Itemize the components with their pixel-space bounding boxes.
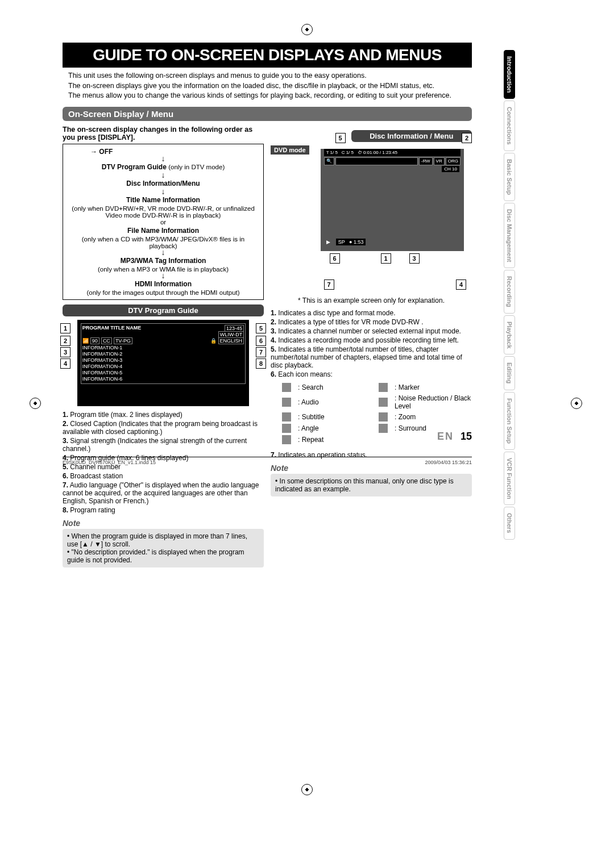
tab-recording[interactable]: Recording (504, 270, 515, 313)
crop-mark-icon (571, 398, 582, 409)
tab-playback[interactable]: Playback (504, 315, 515, 355)
legend-icon (379, 383, 388, 392)
tab-vcr-function[interactable]: VCR Function (504, 452, 515, 506)
dtv-header: DTV Program Guide (63, 304, 264, 316)
callout-4: 4 (60, 358, 70, 369)
tab-editing[interactable]: Editing (504, 356, 515, 390)
tab-others[interactable]: Others (504, 507, 515, 539)
page-title: GUIDE TO ON-SCREEN DISPLAYS AND MENUS (63, 43, 472, 68)
search-icon: 🔍 (324, 157, 334, 165)
section-header: On-Screen Display / Menu (63, 107, 472, 121)
right-column: Disc Information / Menu DVD mode 5 2 T 1… (271, 126, 472, 568)
callout-1: 1 (60, 323, 70, 333)
disc-list: 1. Indicates a disc type and format mode… (271, 309, 472, 378)
callout-7: 7 (256, 347, 266, 357)
note-box-right: • In some descriptions on this manual, o… (271, 474, 472, 496)
callout-2b: 2 (462, 133, 472, 143)
crop-mark-icon (301, 24, 313, 35)
dtv-preview: PROGRAM TITLE NAME 123-45 WLIW-DT 📶 90 C… (77, 320, 249, 406)
callout-6b: 6 (330, 253, 340, 264)
tab-disc-management[interactable]: Disc Management (504, 203, 515, 269)
dvd-preview: T 1/ 5 C 1/ 5 ⏱ 0:01:00 / 1:23:45 🔍 -RWV… (321, 149, 464, 251)
callout-3b: 3 (409, 253, 420, 264)
legend-icon (282, 424, 291, 433)
left-column: The on-screen display changes in the fol… (63, 126, 264, 568)
legend-icon (282, 383, 291, 392)
tab-connections[interactable]: Connections (504, 101, 515, 151)
callout-6: 6 (256, 336, 266, 346)
page-number: EN15 (437, 431, 472, 443)
callout-1b: 1 (381, 253, 391, 264)
callout-3: 3 (60, 347, 70, 357)
callout-8: 8 (256, 358, 266, 369)
callout-7b: 7 (324, 279, 334, 290)
dvd-mode-label: DVD mode (271, 145, 309, 155)
section-tabs: Introduction Connections Basic Setup Dis… (504, 50, 515, 540)
disc-header: Disc Information / Menu (351, 130, 472, 142)
callout-5b: 5 (335, 133, 346, 143)
tab-introduction[interactable]: Introduction (504, 50, 515, 99)
callout-4b: 4 (456, 279, 466, 290)
dtv-preview-wrap: 1 2 3 4 5 6 7 8 PROGRAM TITLE NAME 123-4… (63, 320, 264, 406)
tab-basic-setup[interactable]: Basic Setup (504, 153, 515, 201)
display-flow: → OFF ↓ DTV Program Guide (only in DTV m… (63, 144, 264, 301)
note-box-left: • When the program guide is displayed in… (63, 529, 264, 567)
intro-text: This unit uses the following on-screen d… (68, 71, 466, 101)
footer: E9SK0UD_DVR670KU_EN_v1.1.indd 15 2009/04… (63, 457, 472, 465)
play-icon: ▶ (326, 239, 330, 245)
crop-mark-icon (30, 398, 41, 409)
tab-function-setup[interactable]: Function Setup (504, 392, 515, 450)
legend-icon (379, 398, 388, 407)
callout-2: 2 (60, 336, 70, 346)
display-lead: The on-screen display changes in the fol… (63, 126, 264, 141)
legend-icon (379, 412, 388, 422)
note-heading: Note (63, 519, 264, 528)
legend-icon (379, 424, 388, 433)
legend-icon (282, 435, 291, 444)
legend-icon (282, 398, 291, 407)
callout-5: 5 (256, 323, 266, 333)
example-note: * This is an example screen only for exp… (271, 297, 472, 304)
crop-mark-icon (301, 784, 313, 795)
legend-icon (282, 412, 291, 422)
